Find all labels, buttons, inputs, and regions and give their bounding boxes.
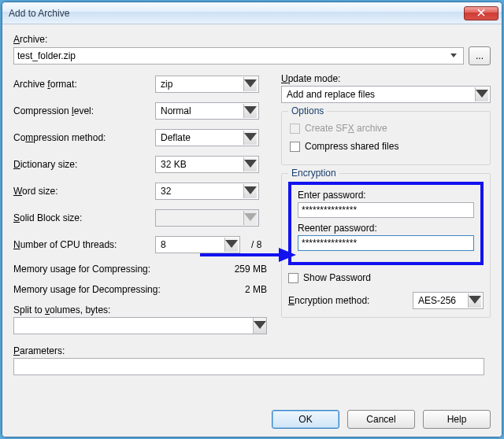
word-value: 32 — [161, 186, 171, 197]
chevron-down-icon — [475, 87, 488, 101]
cpu-combo[interactable]: 8 — [155, 236, 240, 253]
enter-password-input[interactable]: *************** — [298, 202, 474, 218]
client-area: Archive: test_folder.zip ... Archive for… — [2, 24, 502, 437]
dict-combo[interactable]: 32 KB — [155, 156, 259, 173]
dict-value: 32 KB — [161, 159, 187, 170]
enter-password-label: Enter password: — [298, 190, 474, 201]
mem-compress-value: 259 MB — [212, 264, 267, 275]
sfx-row: Create SFX archive — [290, 120, 482, 136]
shared-row[interactable]: Compress shared files — [290, 138, 482, 154]
chevron-down-icon — [243, 157, 257, 172]
level-label: Compression level: — [13, 105, 155, 116]
browse-button[interactable]: ... — [469, 46, 491, 65]
enc-method-label: Encryption method: — [288, 295, 369, 306]
encryption-group: Encryption Enter password: *************… — [281, 173, 491, 318]
chevron-down-icon — [224, 238, 238, 252]
level-combo[interactable]: Normal — [155, 102, 259, 120]
parameters-input[interactable] — [13, 358, 484, 375]
format-value: zip — [161, 79, 172, 90]
solid-combo — [155, 209, 259, 227]
show-password-row[interactable]: Show Password — [288, 270, 484, 286]
update-label: Update mode: — [281, 73, 491, 84]
format-combo[interactable]: zip — [155, 76, 259, 93]
password-mask: *************** — [302, 238, 357, 249]
ok-button[interactable]: OK — [272, 410, 339, 429]
split-combo[interactable] — [13, 317, 267, 334]
reenter-password-label: Reenter password: — [298, 223, 474, 234]
chevron-down-icon — [243, 104, 257, 118]
update-combo[interactable]: Add and replace files — [281, 86, 491, 103]
show-password-checkbox[interactable] — [288, 273, 298, 283]
update-value: Add and replace files — [287, 89, 375, 100]
left-column: Archive format: zip Compression level: N… — [13, 73, 267, 334]
options-group: Options Create SFX archive Compress shar… — [281, 111, 491, 165]
chevron-down-icon — [243, 131, 257, 145]
chevron-down-icon — [243, 184, 257, 198]
level-value: Normal — [161, 105, 191, 116]
word-label: Word size: — [13, 186, 155, 197]
mem-decompress-label: Memory usage for Decompressing: — [13, 284, 161, 295]
options-legend: Options — [288, 105, 327, 116]
format-label: Archive format: — [13, 79, 155, 90]
shared-label: Compress shared files — [305, 141, 398, 152]
sfx-checkbox — [290, 124, 300, 134]
enc-method-combo[interactable]: AES-256 — [413, 292, 484, 309]
show-password-label: Show Password — [303, 272, 371, 283]
shared-checkbox[interactable] — [290, 142, 300, 152]
encryption-legend: Encryption — [288, 168, 339, 179]
close-icon — [477, 8, 485, 19]
cpu-total-label: / 8 — [251, 239, 261, 250]
sfx-label: Create SFX archive — [305, 123, 387, 134]
cancel-button[interactable]: Cancel — [347, 410, 415, 429]
chevron-down-icon — [468, 293, 481, 308]
chevron-down-icon — [253, 318, 266, 334]
right-column: Update mode: Add and replace files Optio… — [281, 73, 491, 334]
close-button[interactable] — [464, 6, 498, 20]
encryption-highlight: Enter password: *************** Reenter … — [288, 182, 484, 265]
parameters-label: Parameters: — [13, 345, 491, 356]
chevron-down-icon — [243, 211, 257, 225]
cpu-label: Number of CPU threads: — [13, 239, 155, 250]
enc-method-value: AES-256 — [418, 295, 456, 306]
mem-compress-label: Memory usage for Compressing: — [13, 264, 150, 275]
window-title: Add to Archive — [9, 8, 69, 19]
dialog-window: Add to Archive Archive: test_folder.zip … — [2, 2, 502, 437]
split-label: Split to volumes, bytes: — [13, 304, 267, 315]
mem-decompress-value: 2 MB — [212, 284, 267, 295]
word-combo[interactable]: 32 — [155, 183, 259, 200]
password-mask: *************** — [302, 205, 357, 216]
archive-path-value: test_folder.zip — [17, 50, 76, 61]
help-button[interactable]: Help — [423, 410, 491, 429]
archive-label: Archive: — [13, 34, 491, 45]
reenter-password-input[interactable]: *************** — [298, 235, 474, 251]
archive-path-combo[interactable]: test_folder.zip — [13, 47, 464, 65]
method-label: Compression method: — [13, 132, 155, 143]
solid-label: Solid Block size: — [13, 212, 155, 223]
chevron-down-icon — [447, 53, 460, 58]
method-combo[interactable]: Deflate — [155, 129, 259, 146]
cpu-value: 8 — [161, 239, 166, 250]
browse-label: ... — [476, 50, 484, 61]
chevron-down-icon — [243, 77, 257, 91]
dict-label: Dictionary size: — [13, 159, 155, 170]
titlebar: Add to Archive — [2, 2, 502, 24]
method-value: Deflate — [161, 132, 191, 143]
